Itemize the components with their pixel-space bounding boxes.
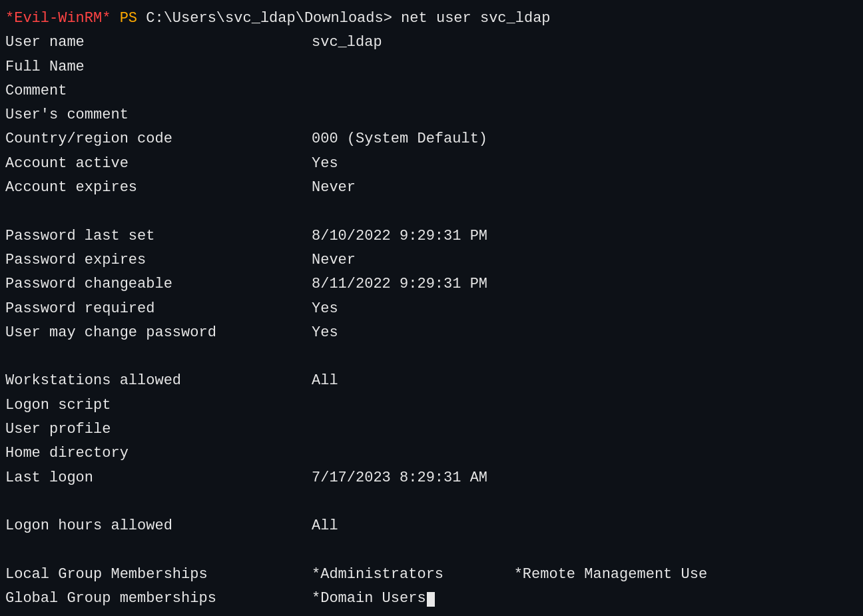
table-row: Workstations allowedAll: [5, 369, 858, 393]
prompt-line: *Evil-WinRM* PS C:\Users\svc_ldap\Downlo…: [5, 7, 858, 31]
table-row: User namesvc_ldap: [5, 31, 858, 55]
row-label: Workstations allowed: [5, 369, 312, 393]
row-label: Password expires: [5, 248, 312, 272]
row-value: *Domain Users: [312, 587, 435, 611]
row-label: Comment: [5, 79, 312, 103]
prompt-ps: PS: [111, 7, 146, 31]
table-row: Local Group Memberships*Administrators *…: [5, 563, 858, 587]
row-value: All: [312, 514, 338, 538]
table-row: Country/region code000 (System Default): [5, 127, 858, 151]
row-label: Account active: [5, 152, 312, 176]
row-label: User name: [5, 31, 312, 55]
table-row: Global Group memberships*Domain Users: [5, 587, 858, 611]
row-label: Global Group memberships: [5, 587, 312, 611]
row-label: Password last set: [5, 224, 312, 248]
table-row: Password changeable8/11/2022 9:29:31 PM: [5, 272, 858, 296]
row-value: *Administrators *Remote Management Use: [312, 563, 707, 587]
row-value: svc_ldap: [312, 31, 382, 55]
table-row: [5, 539, 858, 563]
terminal-cursor: [427, 592, 435, 607]
table-row: User may change passwordYes: [5, 321, 858, 345]
row-label: Password changeable: [5, 272, 312, 296]
table-row: User's comment: [5, 103, 858, 127]
table-row: Logon hours allowedAll: [5, 514, 858, 538]
prompt-command: net user svc_ldap: [392, 7, 551, 31]
terminal-window: *Evil-WinRM* PS C:\Users\svc_ldap\Downlo…: [5, 7, 858, 611]
output-rows: User namesvc_ldapFull NameCommentUser's …: [5, 31, 858, 611]
table-row: Last logon7/17/2023 8:29:31 AM: [5, 466, 858, 490]
row-value: Yes: [312, 152, 338, 176]
row-label: Logon hours allowed: [5, 514, 312, 538]
row-label: Account expires: [5, 176, 312, 200]
prompt-evil-winrm: *Evil-WinRM*: [5, 7, 111, 31]
table-row: Home directory: [5, 442, 858, 465]
table-row: Full Name: [5, 55, 858, 79]
table-row: Logon script: [5, 394, 858, 418]
row-value: 8/10/2022 9:29:31 PM: [312, 224, 487, 248]
table-row: [5, 345, 858, 369]
table-row: Comment: [5, 79, 858, 103]
table-row: Account expiresNever: [5, 176, 858, 200]
prompt-path: C:\Users\svc_ldap\Downloads>: [146, 7, 392, 31]
table-row: Password requiredYes: [5, 297, 858, 321]
row-label: Last logon: [5, 466, 312, 490]
row-label: User's comment: [5, 103, 312, 127]
table-row: Password last set8/10/2022 9:29:31 PM: [5, 224, 858, 248]
row-label: Logon script: [5, 394, 312, 418]
row-label: User profile: [5, 418, 312, 442]
table-row: Password expiresNever: [5, 248, 858, 272]
row-value: 7/17/2023 8:29:31 AM: [312, 466, 487, 490]
row-label: Home directory: [5, 442, 312, 465]
row-value: Yes: [312, 321, 338, 345]
row-label: Country/region code: [5, 127, 312, 151]
table-row: Account activeYes: [5, 152, 858, 176]
table-row: [5, 490, 858, 514]
row-label: Full Name: [5, 55, 312, 79]
row-value: Never: [312, 248, 356, 272]
row-value: Never: [312, 176, 356, 200]
table-row: User profile: [5, 418, 858, 442]
row-value: 000 (System Default): [312, 127, 487, 151]
row-value: Yes: [312, 297, 338, 321]
row-label: User may change password: [5, 321, 312, 345]
row-label: Local Group Memberships: [5, 563, 312, 587]
row-value: All: [312, 369, 338, 393]
row-value: 8/11/2022 9:29:31 PM: [312, 272, 487, 296]
row-label: Password required: [5, 297, 312, 321]
table-row: [5, 200, 858, 224]
